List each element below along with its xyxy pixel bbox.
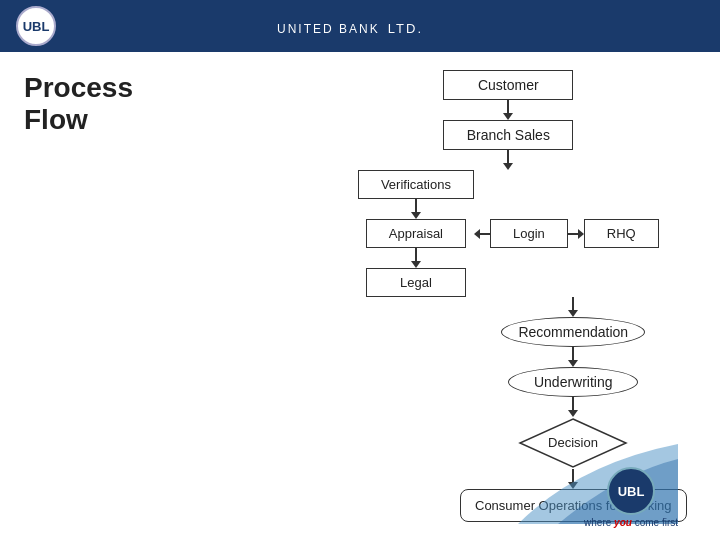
footer-logo-group: UBL where you come first — [584, 467, 678, 528]
ubl-logo-text: UBL — [23, 19, 50, 34]
legal-box: Legal — [366, 268, 466, 297]
verifications-box: Verifications — [358, 170, 474, 199]
recommendation-box: Recommendation — [501, 317, 645, 347]
login-box: Login — [490, 219, 568, 248]
branch-sales-label: Branch Sales — [443, 120, 573, 150]
verifications-col: Verifications Appraisal — [358, 170, 474, 297]
arrow-verif-to-login — [474, 229, 490, 239]
header: UBL UNITED BANK LTD. — [0, 0, 720, 52]
right-panel: Customer Branch Sales — [210, 52, 720, 540]
left-panel: Process Flow — [0, 52, 210, 540]
arrow-underwriting-to-decision — [568, 397, 578, 417]
footer-ubl-logo: UBL where you come first — [584, 467, 678, 528]
arrow-branch-to-rhq — [503, 150, 513, 170]
customer-label: Customer — [443, 70, 573, 100]
arrow-rhq-to-recommendation — [568, 297, 578, 317]
arrow-customer-to-branch — [503, 100, 513, 120]
ubl-logo-circle: UBL — [16, 6, 56, 46]
flow-diagram: Customer Branch Sales — [210, 70, 690, 540]
header-logo: UBL — [16, 6, 56, 46]
main-content: Process Flow Customer Branch Sales — [0, 52, 720, 540]
appraisal-box: Appraisal — [366, 219, 466, 248]
rhq-row: Verifications Appraisal — [358, 170, 659, 297]
footer-tagline: where you come first — [584, 517, 678, 528]
underwriting-box: Underwriting — [508, 367, 638, 397]
rhq-box: RHQ — [584, 219, 659, 248]
arrow-verif-down — [411, 199, 421, 219]
arrow-recommendation-to-underwriting — [568, 347, 578, 367]
footer-ubl-text: UBL — [618, 484, 645, 499]
arrow-appraisal-down — [411, 248, 421, 268]
footer-ubl-circle: UBL — [607, 467, 655, 515]
page-title: Process Flow — [24, 72, 194, 136]
verifications-section: Verifications Appraisal — [358, 170, 584, 297]
arrow-login-to-rhq — [568, 229, 584, 239]
bank-name: UNITED BANK LTD. — [277, 13, 423, 39]
